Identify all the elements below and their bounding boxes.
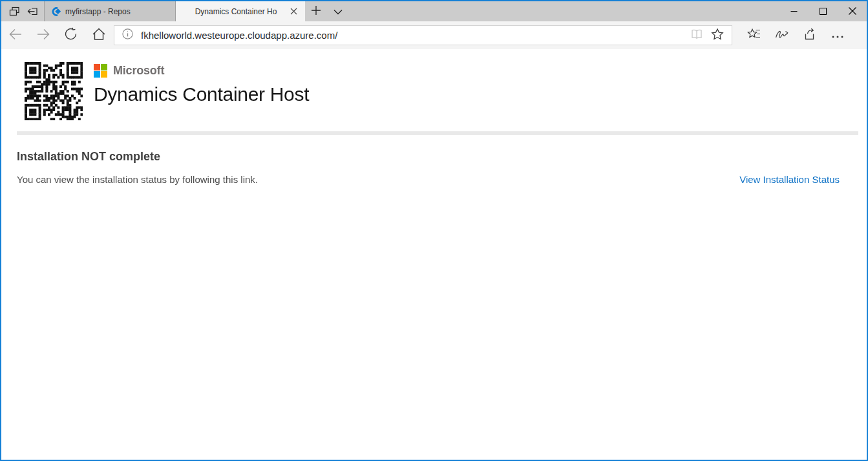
chevron-down-icon <box>333 6 343 17</box>
page-title: Dynamics Container Host <box>94 83 309 105</box>
view-installation-status-link[interactable]: View Installation Status <box>739 174 840 185</box>
tab-title: Dynamics Container Ho <box>187 7 284 16</box>
web-note-button[interactable] <box>768 21 796 49</box>
status-heading: Installation NOT complete <box>17 150 840 164</box>
add-favorite-button[interactable] <box>707 26 728 45</box>
section-divider <box>17 131 858 135</box>
tab-preview-button[interactable] <box>5 3 23 20</box>
address-bar[interactable]: fkhelloworld.westeurope.cloudapp.azure.c… <box>114 25 732 45</box>
tab-preview-icon <box>8 5 21 17</box>
plus-icon <box>311 5 321 18</box>
tab-close-button[interactable] <box>287 5 300 18</box>
home-icon <box>92 27 106 44</box>
more-ellipsis-icon <box>831 30 844 41</box>
tab-bar-left-icons <box>1 1 44 21</box>
url-text[interactable]: fkhelloworld.westeurope.cloudapp.azure.c… <box>141 30 686 41</box>
azure-devops-icon <box>50 6 61 17</box>
forward-button[interactable] <box>29 21 57 49</box>
microsoft-squares-icon <box>94 64 107 78</box>
site-info-icon[interactable] <box>122 28 133 42</box>
navigation-toolbar: fkhelloworld.westeurope.cloudapp.azure.c… <box>1 21 867 49</box>
settings-more-button[interactable] <box>823 21 851 49</box>
tab-myfirstapp-repos[interactable]: myfirstapp - Repos <box>44 1 176 21</box>
page-header: Microsoft Dynamics Container Host <box>1 49 867 120</box>
home-button[interactable] <box>85 21 112 49</box>
reading-view-icon <box>690 28 703 43</box>
share-button[interactable] <box>796 21 823 49</box>
maximize-icon <box>820 6 827 17</box>
title-block: Microsoft Dynamics Container Host <box>94 62 309 120</box>
close-icon <box>849 6 856 17</box>
refresh-button[interactable] <box>57 21 85 49</box>
tab-bar: myfirstapp - Repos Dynamics Container Ho <box>1 1 867 21</box>
toolbar-right-icons <box>740 21 851 49</box>
close-button[interactable] <box>838 1 867 21</box>
refresh-icon <box>64 27 78 43</box>
window-controls <box>779 1 867 21</box>
star-icon <box>711 28 724 43</box>
new-tab-group <box>305 1 349 21</box>
set-tabs-aside-icon <box>26 5 39 17</box>
tab-title: myfirstapp - Repos <box>65 7 169 16</box>
maximize-button[interactable] <box>809 1 838 21</box>
forward-icon <box>36 27 50 44</box>
status-row: You can view the installation status by … <box>17 174 840 185</box>
microsoft-wordmark: Microsoft <box>113 64 164 78</box>
status-message: You can view the installation status by … <box>17 174 258 185</box>
reading-view-button[interactable] <box>686 26 707 45</box>
favorites-list-icon <box>747 27 761 44</box>
favorites-hub-button[interactable] <box>740 21 768 49</box>
tab-dynamics-container-host[interactable]: Dynamics Container Ho <box>176 1 305 21</box>
new-tab-button[interactable] <box>305 1 327 21</box>
page-content: Microsoft Dynamics Container Host Instal… <box>1 49 867 460</box>
minimize-button[interactable] <box>779 1 809 21</box>
browser-window: myfirstapp - Repos Dynamics Container Ho <box>0 0 868 461</box>
tab-list-button[interactable] <box>327 1 349 21</box>
qr-code <box>25 62 83 120</box>
ink-pen-icon <box>774 27 789 44</box>
microsoft-logo: Microsoft <box>94 64 309 78</box>
set-tabs-aside-button[interactable] <box>23 3 41 20</box>
back-button[interactable] <box>1 21 29 49</box>
share-icon <box>803 27 817 44</box>
back-icon <box>8 27 23 44</box>
minimize-icon <box>790 6 798 17</box>
